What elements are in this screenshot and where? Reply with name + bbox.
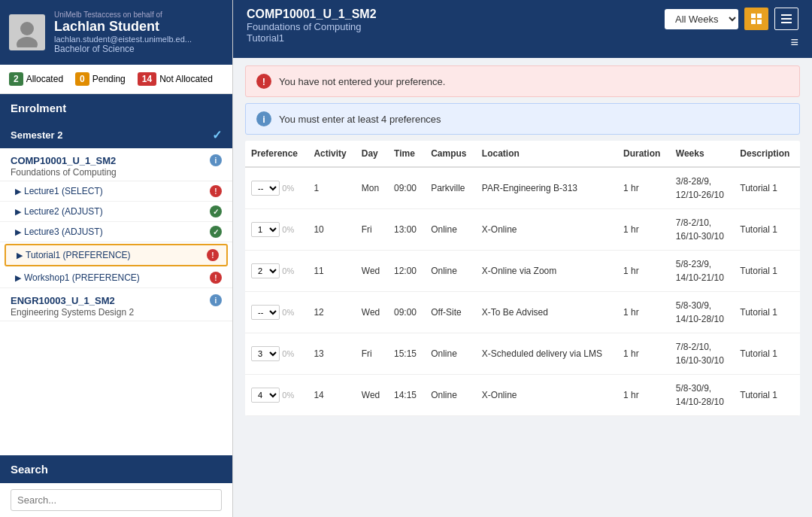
cell-day: Fri: [356, 209, 388, 251]
cell-duration: 1 hr: [617, 209, 670, 251]
not-allocated-badge: 14 Not Allocated: [138, 72, 213, 86]
svg-rect-2: [751, 14, 756, 18]
activity-item-workshop1[interactable]: ▶ Workshop1 (PREFERENCE) !: [0, 268, 232, 288]
enrolment-header: Enrolment: [0, 94, 232, 122]
main-activity: Tutorial1: [247, 32, 377, 44]
cell-preference[interactable]: --12345678 0%: [245, 292, 308, 333]
course-id-comp10001: COMP10001_U_1_SM2: [11, 155, 116, 166]
search-header: Search: [0, 455, 232, 483]
cell-preference[interactable]: --12345678 0%: [245, 375, 308, 416]
pending-label: Pending: [92, 74, 126, 84]
alert-info-icon: i: [256, 111, 271, 126]
nav-scroll[interactable]: Semester 2 ✓ COMP10001_U_1_SM2 i Foundat…: [0, 122, 232, 455]
activity-item-lecture1[interactable]: ▶ Lecture1 (SELECT) !: [0, 181, 232, 202]
cell-description: Tutorial 1: [734, 209, 800, 251]
preference-table: Preference Activity Day Time Campus Loca…: [245, 141, 800, 416]
cell-location: X-Online: [476, 375, 617, 416]
cell-description: Tutorial 1: [734, 375, 800, 416]
course-title-comp10001[interactable]: COMP10001_U_1_SM2 i: [11, 154, 222, 166]
alert-error-icon: !: [256, 74, 271, 89]
course-info-icon-engr10003[interactable]: i: [210, 294, 222, 306]
svg-point-1: [17, 37, 38, 47]
activity-item-tutorial1[interactable]: ▶ Tutorial1 (PREFERENCE) !: [5, 244, 228, 266]
cell-activity: 14: [308, 375, 355, 416]
cell-time: 13:00: [388, 209, 425, 251]
activity-badge-lecture1: !: [210, 185, 222, 197]
search-label: Search: [11, 463, 48, 476]
svg-rect-6: [781, 14, 792, 16]
table-row: --12345678 0% 1 Mon 09:00 Parkville PAR-…: [245, 167, 800, 209]
cell-weeks: 5/8-23/9,14/10-21/10: [670, 251, 735, 292]
cell-activity: 11: [308, 251, 355, 292]
cell-preference[interactable]: --12345678 0%: [245, 209, 308, 251]
semester-check-icon: ✓: [212, 128, 222, 142]
course-item-engr10003[interactable]: ENGR10003_U_1_SM2 i Engineering Systems …: [0, 288, 232, 321]
cell-campus: Online: [425, 375, 476, 416]
cell-activity: 1: [308, 167, 355, 209]
cell-location: X-To Be Advised: [476, 292, 617, 333]
cell-activity: 13: [308, 333, 355, 375]
cell-duration: 1 hr: [617, 251, 670, 292]
main-header-title: COMP10001_U_1_SM2 Foundations of Computi…: [247, 8, 377, 44]
cell-description: Tutorial 1: [734, 292, 800, 333]
table-row: --12345678 0% 13 Fri 15:15 Online X-Sche…: [245, 333, 800, 375]
filter-icon[interactable]: ≡: [790, 35, 798, 50]
table-row: --12345678 0% 14 Wed 14:15 Online X-Onli…: [245, 375, 800, 416]
search-input[interactable]: [11, 489, 222, 511]
profile-name: Lachlan Student: [54, 19, 192, 35]
chevron-right-icon-4: ▶: [17, 251, 23, 260]
main-course-id: COMP10001_U_1_SM2: [247, 8, 377, 21]
preference-select-2[interactable]: --12345678: [251, 263, 280, 278]
preference-select-3[interactable]: --12345678: [251, 305, 280, 320]
cell-duration: 1 hr: [617, 167, 670, 209]
cell-preference[interactable]: --12345678 0%: [245, 167, 308, 209]
alert-info-banner: i You must enter at least 4 preferences: [245, 103, 800, 135]
cell-time: 15:15: [388, 333, 425, 375]
pending-count: 0: [75, 72, 89, 86]
course-info-icon-comp10001[interactable]: i: [210, 154, 222, 166]
cell-weeks: 7/8-2/10,16/10-30/10: [670, 333, 735, 375]
search-input-wrap: [0, 483, 232, 517]
profile-section: UniMelb Testaccess on behalf of Lachlan …: [0, 0, 232, 65]
course-item-comp10001[interactable]: COMP10001_U_1_SM2 i Foundations of Compu…: [0, 148, 232, 181]
col-day: Day: [356, 141, 388, 167]
list-icon: [780, 13, 792, 25]
table-header: Preference Activity Day Time Campus Loca…: [245, 141, 800, 167]
cell-preference[interactable]: --12345678 0%: [245, 333, 308, 375]
weeks-dropdown[interactable]: All Weeks: [665, 9, 738, 29]
cell-duration: 1 hr: [617, 375, 670, 416]
main-content: COMP10001_U_1_SM2 Foundations of Computi…: [233, 0, 812, 517]
cell-duration: 1 hr: [617, 333, 670, 375]
avatar: [9, 14, 45, 50]
preference-select-5[interactable]: --12345678: [251, 388, 280, 403]
course-name-comp10001: Foundations of Computing: [11, 167, 222, 178]
table-body: --12345678 0% 1 Mon 09:00 Parkville PAR-…: [245, 167, 800, 416]
semester-header: Semester 2 ✓: [0, 122, 232, 148]
activity-item-lecture3[interactable]: ▶ Lecture3 (ADJUST) ✓: [0, 222, 232, 242]
preference-select-0[interactable]: --12345678: [251, 181, 280, 196]
col-location: Location: [476, 141, 617, 167]
activity-item-lecture2[interactable]: ▶ Lecture2 (ADJUST) ✓: [0, 202, 232, 222]
col-weeks: Weeks: [670, 141, 735, 167]
preference-select-1[interactable]: --12345678: [251, 222, 280, 237]
course-title-engr10003[interactable]: ENGR10003_U_1_SM2 i: [11, 294, 222, 306]
preference-select-4[interactable]: --12345678: [251, 346, 280, 361]
cell-time: 09:00: [388, 167, 425, 209]
list-view-button[interactable]: [774, 8, 798, 30]
not-allocated-label: Not Allocated: [159, 74, 213, 84]
pending-badge: 0 Pending: [75, 72, 126, 86]
grid-view-button[interactable]: [744, 8, 768, 30]
cell-location: X-Online: [476, 209, 617, 251]
cell-preference[interactable]: --12345678 0%: [245, 251, 308, 292]
allocated-count: 2: [9, 72, 23, 86]
cell-campus: Parkville: [425, 167, 476, 209]
table-row: --12345678 0% 12 Wed 09:00 Off-Site X-To…: [245, 292, 800, 333]
svg-point-0: [20, 22, 34, 35]
alert-info-text: You must enter at least 4 preferences: [279, 114, 441, 125]
cell-weeks: 5/8-30/9,14/10-28/10: [670, 375, 735, 416]
cell-day: Wed: [356, 251, 388, 292]
col-activity: Activity: [308, 141, 355, 167]
cell-location: PAR-Engineering B-313: [476, 167, 617, 209]
semester-label: Semester 2: [11, 129, 62, 141]
profile-email: lachlan.student@eistest.unimelb.ed...: [54, 35, 192, 44]
